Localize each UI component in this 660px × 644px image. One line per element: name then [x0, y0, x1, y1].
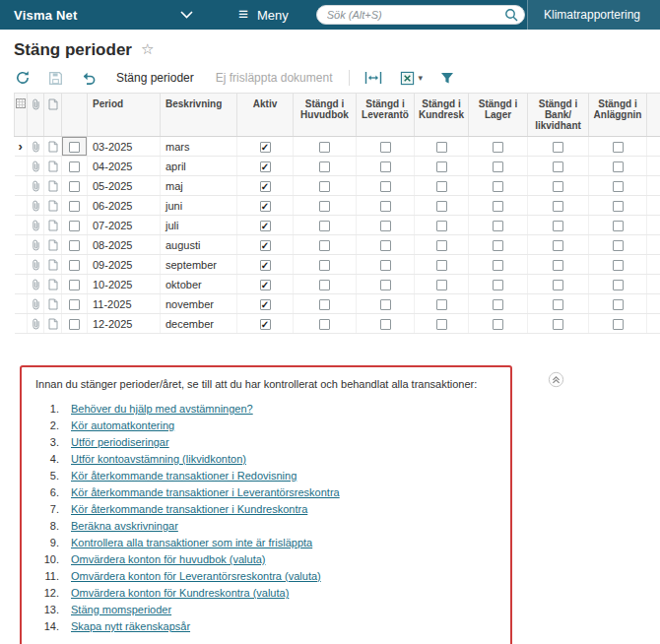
menu-button[interactable]: ≡ Meny	[238, 0, 289, 30]
stangd-kundreskontra-checkbox[interactable]	[436, 161, 447, 172]
beskrivning-cell[interactable]: juni	[161, 196, 237, 216]
export-excel-button[interactable]: ▾	[399, 70, 424, 87]
period-cell[interactable]: 03-2025	[88, 137, 161, 157]
stangd-lager-checkbox[interactable]	[493, 319, 503, 330]
stangd-lager-checkbox[interactable]	[493, 201, 503, 212]
table-row[interactable]: 10-2025oktober✓	[15, 275, 660, 294]
stangd-bank-likvidhantering-checkbox[interactable]	[553, 319, 563, 330]
stangd-kundreskontra-checkbox[interactable]	[436, 181, 447, 192]
column-header-stangd-kundreskontra[interactable]: Stängd i Kundresk	[415, 94, 469, 137]
row-select-checkbox[interactable]	[69, 280, 80, 290]
stangd-anlaggning-checkbox[interactable]	[613, 181, 624, 192]
checklist-link[interactable]: Omvärdera konton för huvudbok (valuta)	[71, 554, 266, 565]
aktiv-checkbox[interactable]: ✓	[260, 161, 271, 172]
beskrivning-cell[interactable]: december	[161, 314, 237, 334]
stangd-lager-checkbox[interactable]	[493, 221, 503, 231]
attachment-cell[interactable]	[28, 294, 44, 314]
checklist-link[interactable]: Kör automatkontering	[71, 420, 174, 431]
stangd-anlaggning-checkbox[interactable]	[613, 221, 624, 231]
checklist-link[interactable]: Utför kontoavstämning (likvidkonton)	[71, 454, 246, 465]
stangd-anlaggning-checkbox[interactable]	[613, 161, 624, 172]
stangd-huvudbok-checkbox[interactable]	[319, 299, 330, 310]
attachment-cell[interactable]	[28, 157, 44, 176]
aktiv-checkbox[interactable]: ✓	[260, 319, 271, 330]
column-header-stangd-anlaggning[interactable]: Stängd i Anläggnin	[589, 94, 647, 137]
aktiv-checkbox[interactable]: ✓	[260, 299, 271, 310]
filter-button[interactable]	[439, 70, 455, 86]
column-header-stangd-leverantor[interactable]: Stängd i Leverantö	[357, 94, 415, 137]
period-cell[interactable]: 09-2025	[88, 255, 161, 275]
stangd-anlaggning-checkbox[interactable]	[613, 201, 624, 212]
aktiv-checkbox[interactable]: ✓	[260, 142, 271, 153]
stangd-kundreskontra-checkbox[interactable]	[436, 142, 447, 153]
collapse-panel-button[interactable]	[548, 371, 564, 388]
stangd-lager-checkbox[interactable]	[493, 299, 503, 310]
stangd-leverantorsreskontra-checkbox[interactable]	[380, 201, 391, 212]
column-header-stangd-huvudbok[interactable]: Stängd i Huvudbok	[294, 94, 357, 137]
stangd-bank-likvidhantering-checkbox[interactable]	[553, 201, 563, 212]
aktiv-checkbox[interactable]: ✓	[260, 260, 271, 271]
stangd-lager-checkbox[interactable]	[493, 260, 503, 271]
checklist-link[interactable]: Kör återkommande transaktioner i Kundres…	[71, 504, 307, 515]
column-header-stangd-lager[interactable]: Stängd i Lager	[469, 94, 528, 137]
stangd-leverantorsreskontra-checkbox[interactable]	[380, 240, 391, 251]
stangd-huvudbok-checkbox[interactable]	[319, 240, 330, 251]
beskrivning-cell[interactable]: september	[161, 255, 237, 275]
stangd-kundreskontra-checkbox[interactable]	[436, 280, 447, 290]
period-cell[interactable]: 12-2025	[88, 314, 161, 334]
stangd-leverantorsreskontra-checkbox[interactable]	[380, 142, 391, 153]
stangd-huvudbok-checkbox[interactable]	[319, 161, 330, 172]
stangd-huvudbok-checkbox[interactable]	[319, 319, 330, 330]
stangd-bank-likvidhantering-checkbox[interactable]	[553, 142, 563, 153]
stangd-kundreskontra-checkbox[interactable]	[436, 319, 447, 330]
brand-menu[interactable]: Visma Net	[0, 0, 193, 30]
checklist-link[interactable]: Skapa nytt räkenskapsår	[71, 621, 190, 632]
unreleased-documents-button[interactable]: Ej frisläppta dokument	[213, 69, 336, 87]
checklist-link[interactable]: Behöver du hjälp med avstämningen?	[71, 404, 253, 415]
stangd-anlaggning-checkbox[interactable]	[613, 240, 624, 251]
note-cell[interactable]	[44, 275, 62, 294]
favorite-star-icon[interactable]: ☆	[141, 40, 154, 58]
note-cell[interactable]	[44, 255, 62, 275]
attachment-cell[interactable]	[28, 196, 44, 216]
row-select-checkbox[interactable]	[69, 240, 80, 251]
stangd-kundreskontra-checkbox[interactable]	[436, 299, 447, 310]
checklist-link[interactable]: Kör återkommande transaktioner i Redovis…	[71, 471, 297, 482]
stangd-huvudbok-checkbox[interactable]	[319, 221, 330, 231]
row-select-checkbox[interactable]	[69, 221, 80, 231]
attachment-cell[interactable]	[28, 176, 44, 196]
environment-selector[interactable]: Klimatrapportering	[527, 0, 660, 30]
save-button[interactable]	[47, 70, 64, 87]
stangd-kundreskontra-checkbox[interactable]	[436, 240, 447, 251]
fit-width-button[interactable]	[363, 70, 383, 86]
row-select-checkbox[interactable]	[69, 201, 80, 212]
attachment-cell[interactable]	[28, 255, 44, 275]
checklist-link[interactable]: Stäng momsperioder	[71, 605, 171, 615]
stangd-kundreskontra-checkbox[interactable]	[436, 201, 447, 212]
stangd-kundreskontra-checkbox[interactable]	[436, 221, 447, 231]
stangd-anlaggning-checkbox[interactable]	[613, 319, 624, 330]
stangd-huvudbok-checkbox[interactable]	[319, 181, 330, 192]
checklist-link[interactable]: Kör återkommande transaktioner i Leveran…	[71, 487, 340, 498]
note-cell[interactable]	[44, 216, 62, 235]
stangd-leverantorsreskontra-checkbox[interactable]	[380, 221, 391, 231]
stangd-lager-checkbox[interactable]	[493, 142, 503, 153]
table-row[interactable]: 05-2025maj✓	[15, 176, 660, 196]
stangd-lager-checkbox[interactable]	[493, 240, 503, 251]
note-cell[interactable]	[44, 176, 62, 196]
column-header-aktiv[interactable]: Aktiv	[237, 94, 294, 137]
stangd-leverantorsreskontra-checkbox[interactable]	[380, 260, 391, 271]
table-row[interactable]: 11-2025november✓	[15, 294, 660, 314]
period-cell[interactable]: 11-2025	[88, 294, 161, 314]
grid-settings-button[interactable]	[15, 94, 28, 137]
stangd-anlaggning-checkbox[interactable]	[613, 280, 624, 290]
stangd-leverantorsreskontra-checkbox[interactable]	[380, 319, 391, 330]
row-select-checkbox[interactable]	[69, 319, 80, 330]
aktiv-checkbox[interactable]: ✓	[260, 201, 271, 212]
attachment-cell[interactable]	[28, 275, 44, 294]
search-icon[interactable]	[504, 8, 518, 22]
note-cell[interactable]	[44, 196, 62, 216]
close-periods-button[interactable]: Stäng perioder	[113, 69, 197, 87]
stangd-anlaggning-checkbox[interactable]	[613, 142, 624, 153]
note-cell[interactable]	[44, 137, 62, 157]
